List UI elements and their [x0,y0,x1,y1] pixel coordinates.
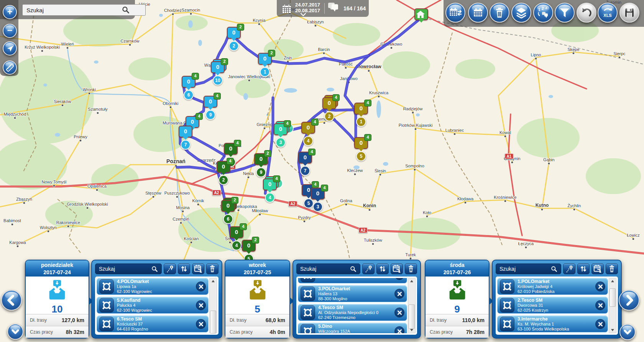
map-marker[interactable]: 043 [311,188,325,200]
list-item[interactable]: 5.DinoWilczogóra 152A62-550 Wilczyn [298,323,407,333]
crosshair-icon[interactable] [301,286,315,301]
show-route-button[interactable] [164,263,176,274]
scroll-thumb[interactable] [610,288,616,307]
search-icon[interactable] [151,266,158,272]
day-card-header[interactable]: wtorek2017-07-25 [225,260,289,277]
map-marker[interactable]: 044 [301,122,315,134]
locate-button[interactable] [3,41,17,56]
remove-stop-button[interactable] [394,278,404,280]
move-day-button[interactable] [192,263,204,274]
remove-stop-button[interactable] [196,319,206,329]
map-marker[interactable]: 029 [254,153,268,165]
map-marker[interactable]: 043 [274,123,288,135]
collapse-panel-left-button[interactable] [7,324,23,340]
scroll-up-button[interactable] [210,278,217,284]
map-marker[interactable]: 049 [204,96,217,108]
scroll-thumb[interactable] [210,311,216,334]
scroll-down-button[interactable] [609,327,616,333]
crosshair-icon[interactable] [500,279,514,294]
chevron-down-icon[interactable] [301,13,306,16]
clear-day-button[interactable] [405,263,417,274]
crosshair-icon[interactable] [301,324,315,333]
day-card-header[interactable]: środa2017-07-26 [426,260,489,277]
next-day-button[interactable] [619,290,639,311]
list-item[interactable]: 88-300 Mogilno [298,278,407,283]
save-button[interactable] [619,3,639,23]
scroll-thumb[interactable] [409,304,415,329]
calendar-button[interactable] [468,3,488,23]
show-route-button[interactable] [362,263,375,274]
map-marker[interactable]: 047 [298,152,312,164]
crosshair-icon[interactable] [99,279,114,294]
remove-stop-button[interactable] [196,300,206,310]
show-route-button[interactable] [563,263,575,274]
calendar-shift-button[interactable] [445,3,465,23]
zoom-out-button[interactable]: − [3,24,17,38]
search-icon[interactable] [350,266,356,272]
list-item[interactable]: 5.KauflandPałucka 462-100 Wągrowiec [97,297,209,314]
list-item[interactable]: 4.POLOmarketLipowa 1a62-100 Wągrowiec [97,278,209,295]
clear-day-button[interactable] [206,263,219,274]
delete-button[interactable] [490,3,509,23]
remove-stop-button[interactable] [394,289,404,299]
undo-button[interactable] [577,3,596,23]
list-scrollbar[interactable] [609,278,616,333]
search-icon[interactable] [551,266,557,272]
map-marker[interactable]: 044 [230,226,243,238]
map-marker[interactable]: 07 [179,126,192,137]
list-search-input[interactable]: Szukaj [296,263,360,274]
sort-stops-button[interactable] [577,263,590,274]
list-search-input[interactable]: Szukaj [95,263,162,274]
remove-stop-button[interactable] [595,319,605,329]
map-marker[interactable]: 0210 [211,61,225,73]
crosshair-icon[interactable] [301,305,315,320]
crosshair-icon[interactable] [301,278,315,282]
crosshair-icon[interactable] [500,298,514,313]
map-marker[interactable]: 041 [224,143,238,155]
list-item[interactable]: 2.Tesco SMDworcowa 3162-025 Kostrzyn [497,297,608,314]
scroll-up-button[interactable] [408,278,415,284]
list-item[interactable]: 3.IntermarcheKs. M. Weychana 163-100 Śro… [497,316,608,332]
calendar-icon[interactable] [281,3,292,14]
map-marker[interactable]: 026 [221,200,235,212]
map-marker[interactable]: 046 [182,76,196,88]
map-marker[interactable]: 022 [227,27,241,39]
search-icon[interactable] [122,6,130,14]
move-day-button[interactable] [591,263,604,274]
list-item[interactable]: 4.Tesco SMAl. Odzyskania Niepodległości … [298,304,407,321]
date-range[interactable]: 24.07.2017 20.08.2017 [295,2,320,13]
map-marker[interactable]: 025 [242,240,256,252]
remove-stop-button[interactable] [394,308,404,317]
sort-stops-button[interactable] [178,263,190,274]
zoom-in-button[interactable]: + [3,5,17,19]
remove-stop-button[interactable] [595,281,605,291]
map-marker[interactable]: 021 [258,53,272,65]
crosshair-icon[interactable] [99,317,114,331]
list-scrollbar[interactable] [209,278,217,333]
scroll-up-button[interactable] [609,278,616,284]
crosshair-icon[interactable] [99,298,114,313]
list-scrollbar[interactable] [408,278,416,333]
collapse-panel-right-button[interactable] [619,324,636,340]
sort-stops-button[interactable] [376,263,389,274]
clear-day-button[interactable] [606,263,618,274]
map-marker[interactable]: 045 [354,137,368,149]
export-xls-button[interactable]: XLS [598,3,618,23]
map-marker[interactable]: 041 [354,103,368,115]
filter-button[interactable] [555,3,575,23]
day-card-header[interactable]: poniedziałek2017-07-24 [26,260,89,277]
list-search-input[interactable]: Szukaj [496,263,561,274]
layers-button[interactable] [511,3,531,23]
home-marker[interactable] [414,8,428,20]
numbering-button[interactable]: 123 [533,3,553,23]
remove-stop-button[interactable] [394,326,404,333]
map-marker[interactable]: 044 [263,178,277,190]
list-item[interactable]: 6.Tesco SMKościuszki 3764-610 Rogoźno [97,316,209,332]
move-day-button[interactable] [391,263,403,274]
list-item[interactable]: 1.POLOmarketKrólowej Jadwigi 462-010 Pob… [497,278,608,295]
remove-stop-button[interactable] [595,300,605,310]
crosshair-icon[interactable] [500,317,514,331]
prev-day-button[interactable] [1,290,22,311]
map-marker[interactable]: 042 [217,161,230,173]
list-item[interactable]: 3.POLOmarketHallera 1388-300 Mogilno [298,285,407,302]
